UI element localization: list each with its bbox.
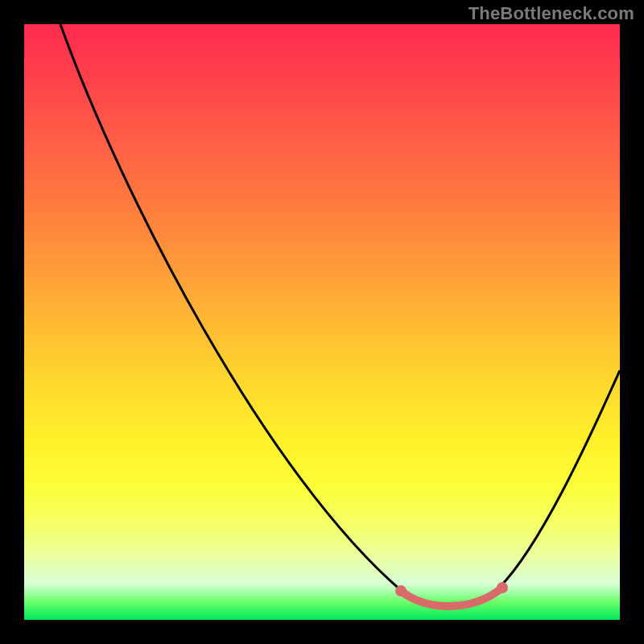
chart-plot-area: [24, 24, 620, 620]
chart-svg: [24, 24, 620, 620]
optimal-range-highlight: [401, 588, 502, 606]
optimal-range-end-cap: [497, 582, 508, 593]
bottleneck-curve-line: [60, 24, 620, 606]
optimal-range-start-cap: [395, 585, 407, 597]
watermark-text: TheBottleneck.com: [469, 3, 634, 24]
